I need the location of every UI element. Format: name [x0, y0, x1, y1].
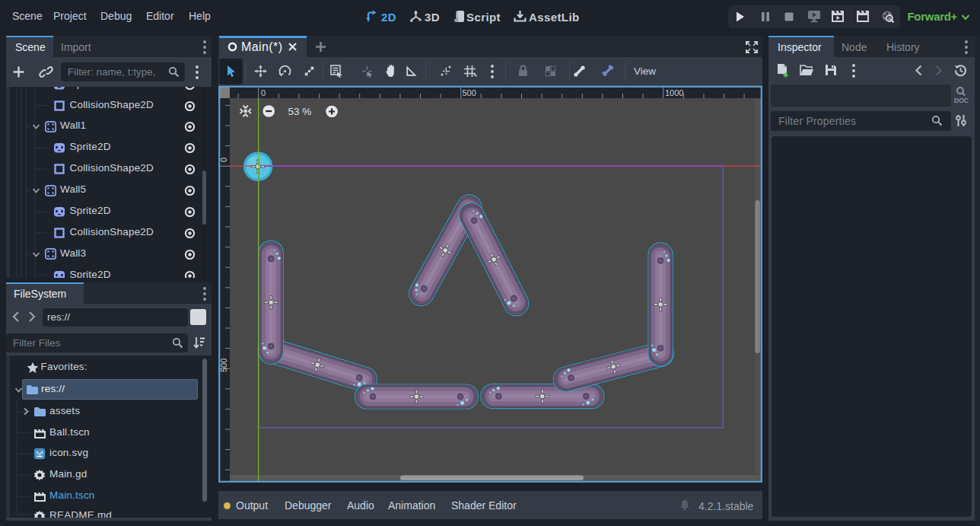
svg-text:DOC: DOC: [954, 97, 969, 104]
svg-text:500: 500: [463, 88, 476, 97]
svg-text:1000: 1000: [665, 88, 683, 97]
svg-text:53 %: 53 %: [288, 106, 312, 117]
svg-text:0: 0: [261, 88, 266, 97]
